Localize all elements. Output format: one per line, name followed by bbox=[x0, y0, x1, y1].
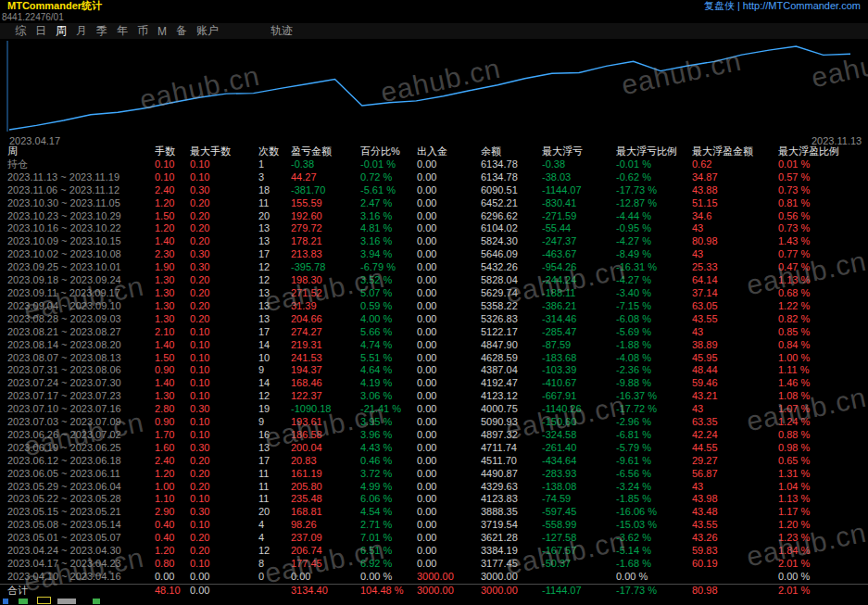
table-row[interactable]: 2023.07.10 ~ 2023.07.162.800.3019-1090.1… bbox=[0, 403, 868, 416]
table-row[interactable]: 2023.09.25 ~ 2023.10.011.900.3012-395.78… bbox=[0, 261, 868, 274]
table-row[interactable]: 2023.09.04 ~ 2023.09.101.300.201331.390.… bbox=[0, 300, 868, 313]
table-row[interactable]: 2023.04.10 ~ 2023.04.160.000.0000.000.00… bbox=[0, 571, 868, 584]
stat-cell: -3.40 % bbox=[616, 287, 692, 300]
table-row[interactable]: 2023.07.03 ~ 2023.07.090.900.109193.613.… bbox=[0, 416, 868, 429]
menu-item-yue[interactable]: 月 bbox=[76, 23, 87, 39]
stat-cell: 4.64 % bbox=[360, 364, 417, 377]
stat-cell: 200.04 bbox=[291, 442, 360, 455]
stat-cell: -1.85 % bbox=[616, 493, 692, 506]
table-row[interactable]: 2023.06.26 ~ 2023.07.021.700.1016186.583… bbox=[0, 429, 868, 442]
menu-item-ji[interactable]: 季 bbox=[96, 23, 107, 39]
menu-item-nian[interactable]: 年 bbox=[117, 23, 128, 39]
position-row[interactable]: 持仓0.100.101-0.38-0.01 %0.006134.78-0.38-… bbox=[0, 158, 868, 171]
stat-cell: 1.60 bbox=[155, 442, 190, 455]
stat-cell: -285.47 bbox=[542, 326, 616, 339]
stat-cell bbox=[542, 571, 616, 584]
table-row[interactable]: 2023.10.23 ~ 2023.10.291.500.2020192.603… bbox=[0, 210, 868, 223]
stat-cell: 3.16 % bbox=[360, 235, 417, 248]
table-row[interactable]: 2023.10.16 ~ 2023.10.221.200.2013279.724… bbox=[0, 222, 868, 235]
stat-cell: -2.96 % bbox=[616, 416, 692, 429]
menu-item-bi[interactable]: 币 bbox=[137, 23, 148, 39]
table-row[interactable]: 2023.04.17 ~ 2023.04.230.800.108177.456.… bbox=[0, 558, 868, 571]
column-header: 百分比% bbox=[360, 145, 417, 158]
table-row[interactable]: 2023.10.02 ~ 2023.10.082.300.3017213.833… bbox=[0, 248, 868, 261]
stat-cell: 5.66 % bbox=[360, 326, 417, 339]
stat-cell: 43 bbox=[692, 403, 778, 416]
stat-cell: 0.10 bbox=[190, 416, 258, 429]
table-row[interactable]: 2023.07.24 ~ 2023.07.301.400.1014168.464… bbox=[0, 377, 868, 390]
app-title: MTCommander统计 bbox=[7, 0, 102, 13]
table-row[interactable]: 2023.09.11 ~ 2023.09.171.300.2013271.525… bbox=[0, 287, 868, 300]
stat-cell: -127.58 bbox=[542, 532, 616, 545]
menu-item-zhanghu[interactable]: 账户 bbox=[196, 23, 219, 39]
stat-cell: 0.00 bbox=[417, 184, 481, 197]
table-row[interactable]: 2023.08.21 ~ 2023.08.272.100.1017274.275… bbox=[0, 326, 868, 339]
stat-cell: -597.45 bbox=[542, 506, 616, 519]
table-row[interactable]: 2023.09.18 ~ 2023.09.241.300.2012198.303… bbox=[0, 274, 868, 287]
table-row[interactable]: 2023.05.08 ~ 2023.05.140.400.10498.262.7… bbox=[0, 519, 868, 532]
table-row[interactable]: 2023.07.17 ~ 2023.07.231.300.1012122.373… bbox=[0, 390, 868, 403]
stat-cell: 0.00 bbox=[291, 571, 360, 584]
stat-cell: 2.01 % bbox=[778, 584, 868, 597]
site-link[interactable]: 复盘侠 | http://MTCommander.com bbox=[704, 0, 861, 13]
table-row[interactable]: 2023.06.12 ~ 2023.06.182.400.201720.830.… bbox=[0, 455, 868, 468]
table-row[interactable]: 2023.04.24 ~ 2023.04.301.200.2012206.746… bbox=[0, 545, 868, 558]
table-row[interactable]: 2023.05.01 ~ 2023.05.070.400.204237.097.… bbox=[0, 532, 868, 545]
menu-item-zong[interactable]: 综 bbox=[15, 23, 26, 39]
stat-cell: -395.78 bbox=[291, 261, 360, 274]
stat-cell: 0.77 % bbox=[778, 248, 868, 261]
row-label: 2023.07.03 ~ 2023.07.09 bbox=[0, 416, 155, 429]
stat-cell: 3.94 % bbox=[360, 248, 417, 261]
stat-cell: -247.37 bbox=[542, 235, 616, 248]
table-row[interactable]: 2023.05.29 ~ 2023.06.041.000.2011205.804… bbox=[0, 481, 868, 494]
stat-cell: 1.13 % bbox=[778, 493, 868, 506]
menu-item-ri[interactable]: 日 bbox=[35, 23, 46, 39]
menu-item-bei[interactable]: 备 bbox=[176, 23, 187, 39]
stat-cell: 0.00 bbox=[417, 455, 481, 468]
stat-cell: 0.00 % bbox=[616, 571, 692, 584]
stat-cell: -0.38 bbox=[291, 158, 360, 171]
stat-cell: 17 bbox=[258, 248, 291, 261]
stat-cell: 43 bbox=[692, 248, 778, 261]
table-row[interactable]: 2023.08.28 ~ 2023.09.031.300.2013204.664… bbox=[0, 313, 868, 326]
mtcommander-window: MTCommander统计 复盘侠 | http://MTCommander.c… bbox=[0, 0, 868, 605]
table-row[interactable]: 2023.11.06 ~ 2023.11.122.400.3018-381.70… bbox=[0, 184, 868, 197]
equity-curve bbox=[9, 46, 850, 130]
table-row[interactable]: 2023.10.30 ~ 2023.11.051.200.2011155.592… bbox=[0, 197, 868, 210]
stat-cell: 1.30 bbox=[155, 390, 190, 403]
table-row[interactable]: 2023.05.22 ~ 2023.05.281.100.1011235.486… bbox=[0, 493, 868, 506]
stat-cell: -667.91 bbox=[542, 390, 616, 403]
total-row[interactable]: 合计48.100.003134.40104.48 %3000.003000.00… bbox=[0, 584, 868, 597]
stat-cell: -0.38 bbox=[542, 158, 616, 171]
stat-cell: 80.98 bbox=[692, 235, 778, 248]
stat-cell: 0.47 % bbox=[778, 261, 868, 274]
stat-cell: 206.74 bbox=[291, 545, 360, 558]
stat-cell: 1.84 % bbox=[778, 545, 868, 558]
stat-cell: 59.46 bbox=[692, 377, 778, 390]
table-row[interactable]: 2023.10.09 ~ 2023.10.151.400.2013178.213… bbox=[0, 235, 868, 248]
stat-cell: 186.58 bbox=[291, 429, 360, 442]
stat-cell: 0.10 bbox=[190, 364, 258, 377]
table-row[interactable]: 2023.06.19 ~ 2023.06.251.600.3013200.044… bbox=[0, 442, 868, 455]
table-row[interactable]: 2023.08.14 ~ 2023.08.201.400.1014219.314… bbox=[0, 339, 868, 352]
menu-item-zhou[interactable]: 周 bbox=[56, 23, 67, 39]
stat-cell: -87.59 bbox=[542, 339, 616, 352]
equity-chart-svg bbox=[0, 39, 868, 134]
table-row[interactable]: 2023.07.31 ~ 2023.08.060.900.109194.374.… bbox=[0, 364, 868, 377]
menu-item-m[interactable]: M bbox=[157, 25, 167, 38]
stat-cell: 3.16 % bbox=[360, 210, 417, 223]
menu-item-guiji[interactable]: 轨迹 bbox=[270, 23, 293, 39]
stat-cell: 1.22 % bbox=[778, 300, 868, 313]
stat-cell: 5090.93 bbox=[481, 416, 542, 429]
table-row[interactable]: 2023.05.15 ~ 2023.05.212.900.3020168.814… bbox=[0, 506, 868, 519]
stat-cell: 6134.78 bbox=[481, 158, 542, 171]
stat-cell: 43.26 bbox=[692, 532, 778, 545]
stat-cell: 48.44 bbox=[692, 364, 778, 377]
stat-cell: 6.92 % bbox=[360, 558, 417, 571]
stat-cell: 42.24 bbox=[692, 429, 778, 442]
table-row[interactable]: 2023.06.05 ~ 2023.06.111.200.2011161.193… bbox=[0, 468, 868, 481]
stat-cell: 0.62 bbox=[692, 158, 778, 171]
stat-cell bbox=[258, 584, 291, 597]
table-row[interactable]: 2023.11.13 ~ 2023.11.190.100.10344.270.7… bbox=[0, 171, 868, 184]
table-row[interactable]: 2023.08.07 ~ 2023.08.131.500.1010241.535… bbox=[0, 352, 868, 365]
